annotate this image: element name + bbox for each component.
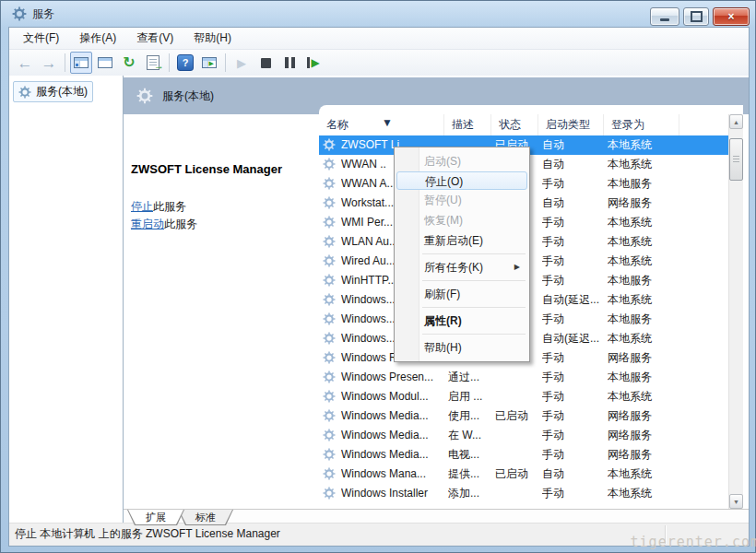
- menubar-item[interactable]: 文件(F): [13, 28, 69, 49]
- menubar: 文件(F)操作(A)查看(V)帮助(H): [9, 28, 749, 50]
- context-menu-item: 暂停(U): [395, 190, 529, 210]
- submenu-arrow-icon: ▶: [514, 257, 520, 277]
- minimize-button[interactable]: [650, 7, 679, 26]
- scroll-down-button[interactable]: ▼: [729, 494, 743, 509]
- stop-service-button[interactable]: [254, 52, 277, 74]
- menubar-item[interactable]: 查看(V): [126, 28, 183, 49]
- menu-separator: [422, 307, 526, 308]
- console-tree-panel: 服务(本地): [9, 76, 124, 524]
- help-icon: ?: [177, 54, 194, 71]
- start-service-button[interactable]: ▶: [230, 52, 253, 74]
- context-menu-item[interactable]: 停止(O): [396, 171, 527, 190]
- titlebar[interactable]: 服务 ×: [1, 1, 755, 27]
- menubar-item[interactable]: 帮助(H): [183, 28, 242, 49]
- console-tree-icon: [74, 57, 89, 68]
- close-icon: ×: [727, 11, 734, 22]
- service-gear-icon: [323, 429, 336, 445]
- status-text: 停止 本地计算机 上的服务 ZWSOFT License Manager: [15, 527, 280, 540]
- menu-separator: [422, 253, 526, 254]
- gear-icon: [18, 86, 31, 99]
- column-header[interactable]: 描述: [444, 114, 491, 135]
- service-row[interactable]: Windows Media... 电视... 手动 网络服务: [319, 445, 728, 465]
- column-header[interactable]: 名称▼: [319, 114, 444, 135]
- description-panel: ZWSOFT License Manager 停止此服务 重启动此服务: [124, 114, 319, 507]
- scroll-up-button[interactable]: ▲: [729, 114, 743, 129]
- tab-extended[interactable]: 扩展: [127, 510, 184, 525]
- pause-service-button[interactable]: [278, 52, 301, 74]
- gear-icon: [136, 88, 153, 104]
- column-header[interactable]: 状态: [491, 114, 538, 135]
- service-gear-icon: [323, 274, 336, 290]
- tab-standard[interactable]: 标准: [178, 510, 233, 525]
- toolbar-separator: [169, 53, 170, 72]
- context-menu-item[interactable]: 重新启动(E): [395, 230, 529, 251]
- back-button[interactable]: ←: [14, 52, 36, 74]
- menubar-item[interactable]: 操作(A): [69, 28, 126, 49]
- service-gear-icon: [323, 254, 336, 271]
- service-row[interactable]: Windows Modul... 启用 ... 手动 本地系统: [319, 387, 728, 406]
- export-list-button[interactable]: →: [142, 52, 164, 74]
- context-menu-item[interactable]: 所有任务(K)▶: [395, 257, 529, 277]
- service-gear-icon: [323, 409, 336, 426]
- service-gear-icon: [323, 448, 336, 465]
- toolbar: ← → ↻ → ? ▶ ▶ ▶: [9, 50, 749, 76]
- service-gear-icon: [323, 293, 336, 310]
- context-menu-item[interactable]: 属性(R): [395, 311, 529, 331]
- service-gear-icon: [323, 487, 336, 503]
- app-window: 服务 × 文件(F)操作(A)查看(V)帮助(H) ← → ↻ → ?: [0, 0, 756, 553]
- pause-service-icon: [285, 57, 295, 68]
- refresh-button[interactable]: ↻: [118, 52, 140, 74]
- service-row[interactable]: Windows Presen... 通过... 手动 本地服务: [319, 368, 728, 387]
- service-gear-icon: [323, 332, 336, 348]
- close-button[interactable]: ×: [713, 7, 750, 26]
- toolbar-separator: [225, 53, 226, 72]
- context-menu-item[interactable]: 帮助(H): [395, 337, 529, 358]
- vertical-scrollbar[interactable]: ▲ ▼: [728, 114, 743, 509]
- tree-item-services-local[interactable]: 服务(本地): [13, 81, 93, 102]
- service-row[interactable]: Windows Installer 添加... 手动 本地系统: [319, 484, 728, 503]
- service-gear-icon: [323, 235, 336, 252]
- restart-service-button[interactable]: ▶: [302, 52, 325, 74]
- back-icon: ←: [18, 55, 33, 71]
- service-gear-icon: [323, 196, 336, 213]
- pane-header-title: 服务(本地): [162, 88, 214, 104]
- context-menu-item[interactable]: 刷新(F): [395, 284, 529, 304]
- properties-button[interactable]: [94, 52, 116, 74]
- context-menu-item: 启动(S): [395, 151, 529, 171]
- column-header[interactable]: 启动类型: [538, 114, 604, 135]
- stop-link-action[interactable]: 停止: [131, 200, 153, 213]
- restart-service-icon: ▶: [307, 57, 319, 68]
- menu-separator: [422, 280, 526, 281]
- forward-icon: →: [41, 55, 57, 71]
- window-title: 服务: [32, 6, 54, 22]
- service-row[interactable]: Windows Mana... 提供... 已启动 自动 本地系统: [319, 465, 728, 484]
- show-console-tree-button[interactable]: [70, 52, 92, 74]
- column-header[interactable]: 登录为: [604, 114, 679, 135]
- selected-service-title: ZWSOFT License Manager: [131, 162, 282, 176]
- list-header: 名称▼描述状态启动类型登录为: [319, 114, 728, 136]
- restart-service-link: 重启动此服务: [131, 217, 197, 232]
- client-area: 文件(F)操作(A)查看(V)帮助(H) ← → ↻ → ? ▶ ▶: [8, 27, 750, 547]
- service-gear-icon: [323, 177, 336, 194]
- toolbar-separator: [65, 53, 65, 72]
- context-menu: 启动(S)停止(O)暂停(U)恢复(M)重新启动(E)所有任务(K)▶刷新(F)…: [394, 147, 530, 362]
- forward-button[interactable]: →: [38, 52, 60, 74]
- stop-service-icon: [261, 58, 271, 68]
- show-action-pane-button[interactable]: ▶: [198, 52, 220, 74]
- stop-service-link: 停止此服务: [131, 199, 186, 215]
- action-pane-icon: ▶: [202, 57, 217, 68]
- scrollbar-thumb[interactable]: [729, 138, 743, 181]
- service-row[interactable]: Windows Media... 在 W... 手动 网络服务: [319, 426, 728, 445]
- service-gear-icon: [323, 158, 336, 174]
- watermark: tigerenter.com: [631, 534, 756, 550]
- context-menu-item: 恢复(M): [395, 210, 529, 230]
- help-button[interactable]: ?: [174, 52, 196, 74]
- service-gear-icon: [323, 371, 336, 387]
- maximize-button[interactable]: [683, 7, 709, 26]
- service-gear-icon: [323, 216, 336, 232]
- service-gear-icon: [323, 312, 336, 329]
- service-row[interactable]: Windows Media... 使用... 已启动 手动 网络服务: [319, 406, 728, 426]
- start-service-icon: ▶: [237, 57, 246, 69]
- service-gear-icon: [323, 390, 336, 406]
- restart-link-action[interactable]: 重启动: [131, 218, 164, 230]
